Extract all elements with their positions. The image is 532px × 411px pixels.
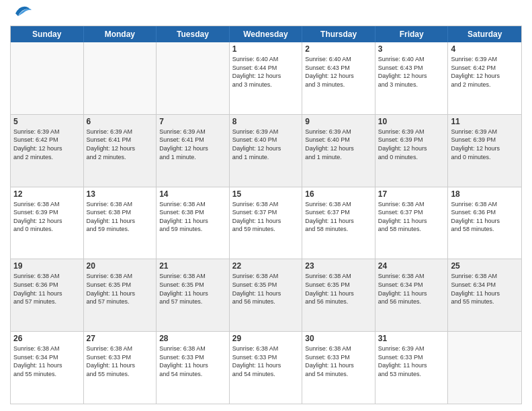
day-info: Sunrise: 6:38 AM Sunset: 6:35 PM Dayligh… [232, 272, 300, 306]
day-number: 21 [159, 261, 226, 271]
calendar-cell-empty [84, 42, 157, 114]
day-info: Sunrise: 6:38 AM Sunset: 6:34 PM Dayligh… [451, 272, 519, 306]
day-info: Sunrise: 6:39 AM Sunset: 6:33 PM Dayligh… [378, 345, 445, 378]
day-number: 6 [87, 117, 154, 126]
day-header-sunday: Sunday [11, 26, 84, 42]
day-info: Sunrise: 6:38 AM Sunset: 6:36 PM Dayligh… [13, 272, 81, 306]
calendar-header: SundayMondayTuesdayWednesdayThursdayFrid… [11, 26, 521, 42]
calendar-cell-23: 23Sunrise: 6:38 AM Sunset: 6:35 PM Dayli… [302, 259, 375, 331]
day-info: Sunrise: 6:38 AM Sunset: 6:38 PM Dayligh… [87, 200, 154, 234]
day-info: Sunrise: 6:38 AM Sunset: 6:35 PM Dayligh… [305, 272, 372, 306]
day-info: Sunrise: 6:38 AM Sunset: 6:37 PM Dayligh… [378, 200, 445, 234]
day-header-thursday: Thursday [302, 26, 375, 42]
calendar-cell-30: 30Sunrise: 6:38 AM Sunset: 6:33 PM Dayli… [302, 332, 375, 404]
calendar-cell-25: 25Sunrise: 6:38 AM Sunset: 6:34 PM Dayli… [448, 259, 521, 331]
calendar-row-4: 26Sunrise: 6:38 AM Sunset: 6:34 PM Dayli… [11, 331, 521, 404]
day-number: 15 [232, 189, 300, 199]
day-number: 8 [232, 117, 300, 126]
day-header-wednesday: Wednesday [230, 26, 303, 42]
day-number: 25 [451, 261, 519, 271]
day-info: Sunrise: 6:39 AM Sunset: 6:40 PM Dayligh… [232, 128, 300, 161]
calendar-row-3: 19Sunrise: 6:38 AM Sunset: 6:36 PM Dayli… [11, 259, 521, 331]
calendar-cell-16: 16Sunrise: 6:38 AM Sunset: 6:37 PM Dayli… [302, 187, 375, 259]
day-number: 30 [305, 334, 372, 343]
day-info: Sunrise: 6:38 AM Sunset: 6:37 PM Dayligh… [232, 200, 300, 234]
day-number: 11 [451, 117, 519, 126]
day-info: Sunrise: 6:38 AM Sunset: 6:34 PM Dayligh… [13, 345, 81, 378]
day-info: Sunrise: 6:38 AM Sunset: 6:39 PM Dayligh… [13, 200, 81, 234]
header [10, 7, 522, 20]
day-number: 17 [378, 189, 445, 199]
day-header-friday: Friday [375, 26, 449, 42]
day-info: Sunrise: 6:39 AM Sunset: 6:41 PM Dayligh… [87, 128, 154, 161]
day-info: Sunrise: 6:39 AM Sunset: 6:42 PM Dayligh… [13, 128, 81, 161]
calendar-cell-24: 24Sunrise: 6:38 AM Sunset: 6:34 PM Dayli… [375, 259, 449, 331]
calendar-cell-10: 10Sunrise: 6:39 AM Sunset: 6:39 PM Dayli… [375, 115, 449, 187]
day-number: 7 [159, 117, 226, 126]
day-number: 20 [87, 261, 154, 271]
day-number: 16 [305, 189, 372, 199]
logo-bird-icon [13, 4, 32, 17]
day-info: Sunrise: 6:40 AM Sunset: 6:44 PM Dayligh… [232, 55, 300, 89]
calendar-cell-20: 20Sunrise: 6:38 AM Sunset: 6:35 PM Dayli… [84, 259, 157, 331]
day-number: 2 [305, 44, 372, 54]
calendar-cell-3: 3Sunrise: 6:40 AM Sunset: 6:43 PM Daylig… [375, 42, 449, 114]
calendar-cell-6: 6Sunrise: 6:39 AM Sunset: 6:41 PM Daylig… [84, 115, 157, 187]
calendar-cell-14: 14Sunrise: 6:38 AM Sunset: 6:38 PM Dayli… [157, 187, 230, 259]
day-number: 1 [232, 44, 300, 54]
day-header-monday: Monday [84, 26, 157, 42]
day-number: 12 [13, 189, 81, 199]
day-number: 23 [305, 261, 372, 271]
calendar-cell-31: 31Sunrise: 6:39 AM Sunset: 6:33 PM Dayli… [375, 332, 449, 404]
day-number: 26 [13, 334, 81, 343]
calendar-cell-empty [448, 332, 521, 404]
day-info: Sunrise: 6:38 AM Sunset: 6:33 PM Dayligh… [87, 345, 154, 378]
logo [10, 7, 32, 20]
calendar-row-2: 12Sunrise: 6:38 AM Sunset: 6:39 PM Dayli… [11, 187, 521, 259]
day-number: 13 [87, 189, 154, 199]
day-info: Sunrise: 6:40 AM Sunset: 6:43 PM Dayligh… [378, 55, 445, 89]
day-number: 18 [451, 189, 519, 199]
day-info: Sunrise: 6:38 AM Sunset: 6:35 PM Dayligh… [159, 272, 226, 306]
day-info: Sunrise: 6:38 AM Sunset: 6:33 PM Dayligh… [232, 345, 300, 378]
calendar-cell-13: 13Sunrise: 6:38 AM Sunset: 6:38 PM Dayli… [84, 187, 157, 259]
calendar-row-0: 1Sunrise: 6:40 AM Sunset: 6:44 PM Daylig… [11, 42, 521, 114]
day-number: 19 [13, 261, 81, 271]
calendar-cell-27: 27Sunrise: 6:38 AM Sunset: 6:33 PM Dayli… [84, 332, 157, 404]
day-number: 5 [13, 117, 81, 126]
day-number: 22 [232, 261, 300, 271]
calendar-cell-19: 19Sunrise: 6:38 AM Sunset: 6:36 PM Dayli… [11, 259, 84, 331]
calendar-cell-11: 11Sunrise: 6:39 AM Sunset: 6:39 PM Dayli… [448, 115, 521, 187]
day-header-tuesday: Tuesday [157, 26, 230, 42]
calendar-cell-17: 17Sunrise: 6:38 AM Sunset: 6:37 PM Dayli… [375, 187, 449, 259]
calendar-row-1: 5Sunrise: 6:39 AM Sunset: 6:42 PM Daylig… [11, 114, 521, 187]
calendar-cell-1: 1Sunrise: 6:40 AM Sunset: 6:44 PM Daylig… [230, 42, 303, 114]
day-info: Sunrise: 6:39 AM Sunset: 6:42 PM Dayligh… [451, 55, 519, 89]
day-number: 9 [305, 117, 372, 126]
day-info: Sunrise: 6:38 AM Sunset: 6:33 PM Dayligh… [159, 345, 226, 378]
day-info: Sunrise: 6:38 AM Sunset: 6:36 PM Dayligh… [451, 200, 519, 234]
calendar-cell-22: 22Sunrise: 6:38 AM Sunset: 6:35 PM Dayli… [230, 259, 303, 331]
calendar-cell-28: 28Sunrise: 6:38 AM Sunset: 6:33 PM Dayli… [157, 332, 230, 404]
day-number: 31 [378, 334, 445, 343]
calendar-body: 1Sunrise: 6:40 AM Sunset: 6:44 PM Daylig… [11, 42, 521, 404]
calendar-cell-5: 5Sunrise: 6:39 AM Sunset: 6:42 PM Daylig… [11, 115, 84, 187]
day-info: Sunrise: 6:38 AM Sunset: 6:38 PM Dayligh… [159, 200, 226, 234]
calendar-cell-8: 8Sunrise: 6:39 AM Sunset: 6:40 PM Daylig… [230, 115, 303, 187]
day-number: 24 [378, 261, 445, 271]
day-number: 29 [232, 334, 300, 343]
calendar-cell-7: 7Sunrise: 6:39 AM Sunset: 6:41 PM Daylig… [157, 115, 230, 187]
calendar-cell-26: 26Sunrise: 6:38 AM Sunset: 6:34 PM Dayli… [11, 332, 84, 404]
day-info: Sunrise: 6:39 AM Sunset: 6:41 PM Dayligh… [159, 128, 226, 161]
calendar-cell-empty [11, 42, 84, 114]
day-number: 3 [378, 44, 445, 54]
calendar-cell-12: 12Sunrise: 6:38 AM Sunset: 6:39 PM Dayli… [11, 187, 84, 259]
day-number: 4 [451, 44, 519, 54]
calendar-cell-2: 2Sunrise: 6:40 AM Sunset: 6:43 PM Daylig… [302, 42, 375, 114]
day-info: Sunrise: 6:38 AM Sunset: 6:37 PM Dayligh… [305, 200, 372, 234]
day-info: Sunrise: 6:38 AM Sunset: 6:34 PM Dayligh… [378, 272, 445, 306]
calendar-cell-9: 9Sunrise: 6:39 AM Sunset: 6:40 PM Daylig… [302, 115, 375, 187]
day-number: 28 [159, 334, 226, 343]
day-number: 27 [87, 334, 154, 343]
calendar-cell-29: 29Sunrise: 6:38 AM Sunset: 6:33 PM Dayli… [230, 332, 303, 404]
